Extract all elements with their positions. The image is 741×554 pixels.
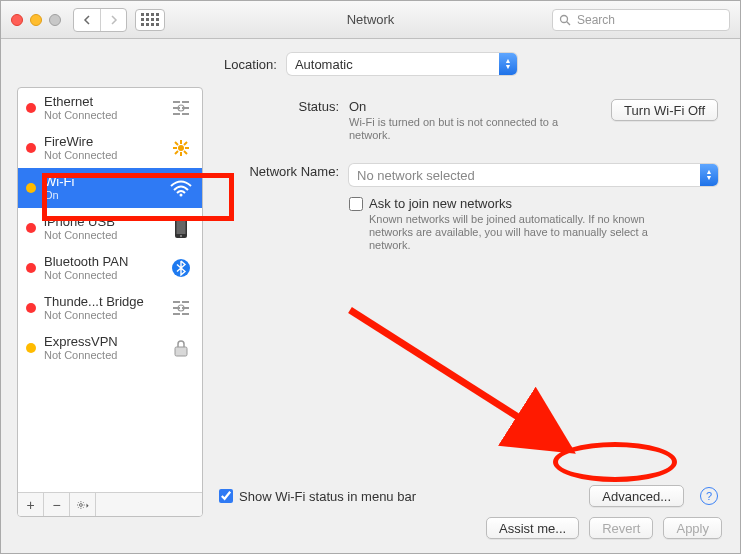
interface-name: Ethernet (44, 95, 160, 109)
svg-rect-14 (177, 220, 186, 234)
interface-item[interactable]: Bluetooth PANNot Connected (18, 248, 202, 288)
status-dot-icon (26, 183, 36, 193)
show-status-label: Show Wi-Fi status in menu bar (239, 489, 416, 504)
list-toolbar: + − (18, 492, 202, 516)
titlebar: Network (1, 1, 740, 39)
search-icon (559, 14, 571, 26)
status-dot-icon (26, 223, 36, 233)
apply-button[interactable]: Apply (663, 517, 722, 539)
revert-button[interactable]: Revert (589, 517, 653, 539)
show-status-input[interactable] (219, 489, 233, 503)
interface-item[interactable]: ExpressVPNNot Connected (18, 328, 202, 368)
add-interface-button[interactable]: + (18, 493, 44, 516)
location-value: Automatic (287, 57, 499, 72)
interface-actions-button[interactable] (70, 493, 96, 516)
location-popup[interactable]: Automatic ▲▼ (287, 53, 517, 75)
network-name-popup[interactable]: No network selected ▲▼ (349, 164, 718, 186)
interface-status: Not Connected (44, 309, 160, 321)
interface-status: Not Connected (44, 109, 160, 121)
ask-to-join-label: Ask to join new networks (369, 196, 512, 211)
assist-me-button[interactable]: Assist me... (486, 517, 579, 539)
interface-status: Not Connected (44, 229, 160, 241)
forward-button[interactable] (100, 9, 126, 31)
interface-item[interactable]: Wi-FiOn (18, 168, 202, 208)
interface-name: Bluetooth PAN (44, 255, 160, 269)
interface-item[interactable]: EthernetNot Connected (18, 88, 202, 128)
back-button[interactable] (74, 9, 100, 31)
svg-point-12 (180, 194, 183, 197)
status-dot-icon (26, 263, 36, 273)
status-description: Wi-Fi is turned on but is not connected … (349, 116, 601, 142)
ask-to-join-input[interactable] (349, 197, 363, 211)
network-name-row: Network Name: No network selected ▲▼ Ask… (219, 164, 718, 252)
ask-to-join-checkbox[interactable]: Ask to join new networks (349, 196, 718, 211)
interface-labels: FireWireNot Connected (44, 135, 160, 161)
svg-point-19 (79, 503, 82, 506)
network-name-label: Network Name: (219, 164, 349, 252)
interface-name: Wi-Fi (44, 175, 160, 189)
interface-item[interactable]: iPhone USBNot Connected (18, 208, 202, 248)
status-label: Status: (219, 99, 349, 142)
network-name-value: No network selected (349, 168, 700, 183)
search-input[interactable] (577, 13, 723, 27)
interface-status: Not Connected (44, 349, 160, 361)
status-dot-icon (26, 103, 36, 113)
back-forward-group (73, 8, 127, 32)
svg-line-9 (184, 151, 187, 154)
svg-line-25 (82, 506, 83, 507)
interface-status: Not Connected (44, 149, 160, 161)
footer: Assist me... Revert Apply (1, 517, 740, 553)
interface-labels: Bluetooth PANNot Connected (44, 255, 160, 281)
svg-line-11 (184, 142, 187, 145)
status-row: Status: On Wi-Fi is turned on but is not… (219, 99, 718, 142)
show-all-button[interactable] (135, 9, 165, 31)
firewire-icon (168, 137, 194, 159)
main-content: EthernetNot ConnectedFireWireNot Connect… (1, 87, 740, 517)
location-row: Location: Automatic ▲▼ (1, 39, 740, 87)
interface-name: Thunde...t Bridge (44, 295, 160, 309)
interface-labels: Thunde...t BridgeNot Connected (44, 295, 160, 321)
location-label: Location: (224, 57, 277, 72)
svg-point-0 (561, 15, 568, 22)
interface-item[interactable]: FireWireNot Connected (18, 128, 202, 168)
svg-line-10 (175, 151, 178, 154)
stepper-icon: ▲▼ (700, 164, 718, 186)
svg-line-26 (78, 506, 79, 507)
minimize-button[interactable] (30, 14, 42, 26)
ask-to-join-description: Known networks will be joined automatica… (369, 213, 669, 252)
help-button[interactable]: ? (700, 487, 718, 505)
advanced-button[interactable]: Advanced... (589, 485, 684, 507)
svg-point-3 (178, 145, 184, 151)
zoom-button[interactable] (49, 14, 61, 26)
ethernet-icon (168, 97, 194, 119)
search-field[interactable] (552, 9, 730, 31)
svg-rect-18 (175, 347, 187, 356)
grid-icon (141, 13, 159, 26)
toggle-wifi-button[interactable]: Turn Wi-Fi Off (611, 99, 718, 121)
detail-panel: Status: On Wi-Fi is turned on but is not… (213, 87, 724, 517)
window-controls (11, 14, 61, 26)
interface-labels: EthernetNot Connected (44, 95, 160, 121)
interface-status: Not Connected (44, 269, 160, 281)
preferences-window: Network Location: Automatic ▲▼ EthernetN… (0, 0, 741, 554)
svg-line-8 (175, 142, 178, 145)
window-title: Network (347, 12, 395, 27)
status-dot-icon (26, 143, 36, 153)
detail-bottom-bar: Show Wi-Fi status in menu bar Advanced..… (219, 475, 718, 517)
svg-line-27 (82, 502, 83, 503)
close-button[interactable] (11, 14, 23, 26)
interface-name: ExpressVPN (44, 335, 160, 349)
status-dot-icon (26, 343, 36, 353)
status-value: On (349, 99, 366, 114)
interfaces-list[interactable]: EthernetNot ConnectedFireWireNot Connect… (18, 88, 202, 492)
interface-item[interactable]: Thunde...t BridgeNot Connected (18, 288, 202, 328)
show-status-checkbox[interactable]: Show Wi-Fi status in menu bar (219, 489, 416, 504)
bluetooth-icon (168, 257, 194, 279)
interface-labels: ExpressVPNNot Connected (44, 335, 160, 361)
interface-name: FireWire (44, 135, 160, 149)
lock-icon (168, 337, 194, 359)
remove-interface-button[interactable]: − (44, 493, 70, 516)
interface-labels: iPhone USBNot Connected (44, 215, 160, 241)
interface-labels: Wi-FiOn (44, 175, 160, 201)
stepper-icon: ▲▼ (499, 53, 517, 75)
